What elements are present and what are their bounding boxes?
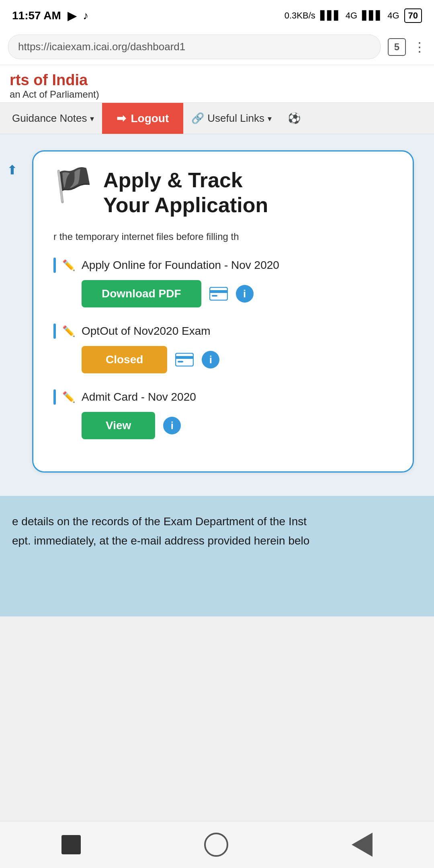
tab-count-button[interactable]: 5 xyxy=(388,38,406,56)
left-indicator: ⬆ xyxy=(0,146,24,484)
credit-card-icon-1[interactable] xyxy=(209,287,228,301)
view-button[interactable]: View xyxy=(82,412,155,439)
logout-label: Logout xyxy=(131,112,169,125)
useful-links-chevron: ▾ xyxy=(268,114,272,123)
bottom-nav-home[interactable] xyxy=(204,833,228,857)
site-title: rts of India xyxy=(10,72,424,89)
bottom-nav-back[interactable] xyxy=(352,833,373,857)
section-foundation-label: ✏️ Apply Online for Foundation - Nov 202… xyxy=(53,258,393,273)
youtube-icon: ▶ xyxy=(68,9,76,23)
nav-globe[interactable]: ⚽ xyxy=(280,103,309,133)
home-icon xyxy=(204,833,228,857)
site-subtitle: an Act of Parliament) xyxy=(10,89,424,100)
footer-text-1: e details on the records of the Exam Dep… xyxy=(12,512,422,531)
info-icon-3[interactable]: i xyxy=(163,417,181,434)
section-divider-1 xyxy=(53,258,56,273)
pencil-icon-3: ✏️ xyxy=(62,391,75,403)
section-foundation: ✏️ Apply Online for Foundation - Nov 202… xyxy=(53,258,393,307)
status-right-area: 0.3KB/s ▋▋▋ 4G ▋▋▋ 4G 70 xyxy=(285,8,422,23)
back-icon xyxy=(352,833,373,857)
section-foundation-text: Apply Online for Foundation - Nov 2020 xyxy=(82,259,279,272)
nav-bar: Guidance Notes ▾ ➡ Logout 🔗 Useful Links… xyxy=(0,102,434,134)
svg-rect-4 xyxy=(176,356,193,359)
card-container: 🏴 Apply & TrackYour Application r the te… xyxy=(24,146,426,484)
info-icon-1[interactable]: i xyxy=(236,285,254,303)
site-header: rts of India an Act of Parliament) xyxy=(0,65,434,102)
svg-rect-1 xyxy=(210,290,227,293)
card-title: Apply & TrackYour Application xyxy=(103,168,268,218)
battery-indicator: 70 xyxy=(404,8,422,23)
bottom-nav-stop[interactable] xyxy=(61,835,81,854)
section-admit-actions: View i xyxy=(53,412,393,439)
credit-card-icon-2[interactable] xyxy=(175,353,194,366)
card-header: 🏴 Apply & TrackYour Application xyxy=(53,168,393,218)
guidance-notes-label: Guidance Notes xyxy=(12,112,87,125)
section-divider-3 xyxy=(53,389,56,405)
useful-links-label: Useful Links xyxy=(207,112,264,125)
globe-icon: ⚽ xyxy=(288,112,301,125)
browser-bar: https://icaiexam.icai.org/dashboard1 5 ⋮ xyxy=(0,29,434,65)
logout-arrow-icon: ➡ xyxy=(117,112,126,125)
scroll-up-icon: ⬆ xyxy=(7,162,18,178)
url-text: https://icaiexam.icai.org/dashboard1 xyxy=(18,41,185,53)
section-divider-2 xyxy=(53,323,56,339)
time-display: 11:57 AM xyxy=(12,9,61,22)
section-admit-text: Admit Card - Nov 2020 xyxy=(82,391,196,403)
main-content: ⬆ 🏴 Apply & TrackYour Application r the … xyxy=(0,134,434,496)
signal-icon-1: ▋▋▋ xyxy=(320,10,341,21)
svg-rect-3 xyxy=(176,353,193,366)
nav-logout-button[interactable]: ➡ Logout xyxy=(102,103,183,134)
guidance-notes-chevron: ▾ xyxy=(90,114,94,123)
nav-useful-links[interactable]: 🔗 Useful Links ▾ xyxy=(183,103,280,133)
section-optout-label: ✏️ OptOut of Nov2020 Exam xyxy=(53,323,393,339)
status-bar: 11:57 AM ▶ ♪ 0.3KB/s ▋▋▋ 4G ▋▋▋ 4G 70 xyxy=(0,0,434,29)
url-bar[interactable]: https://icaiexam.icai.org/dashboard1 xyxy=(8,35,381,59)
nav-guidance-notes[interactable]: Guidance Notes ▾ xyxy=(4,103,102,133)
flag-icon: 🏴 xyxy=(53,169,94,201)
section-optout: ✏️ OptOut of Nov2020 Exam Closed i xyxy=(53,323,393,373)
bottom-nav-bar xyxy=(0,821,434,868)
svg-rect-5 xyxy=(178,361,183,362)
footer-section: e details on the records of the Exam Dep… xyxy=(0,496,434,616)
network-1-label: 4G xyxy=(346,10,357,21)
section-foundation-actions: Download PDF i xyxy=(53,280,393,307)
music-icon: ♪ xyxy=(83,9,88,22)
stop-icon xyxy=(61,835,81,854)
section-admit-card: ✏️ Admit Card - Nov 2020 View i xyxy=(53,389,393,439)
section-optout-actions: Closed i xyxy=(53,346,393,373)
download-pdf-button[interactable]: Download PDF xyxy=(82,280,201,307)
svg-rect-2 xyxy=(212,295,217,297)
closed-button[interactable]: Closed xyxy=(82,346,167,373)
signal-icon-2: ▋▋▋ xyxy=(362,10,383,21)
section-admit-label: ✏️ Admit Card - Nov 2020 xyxy=(53,389,393,405)
footer-text-2: ept. immediately, at the e-mail address … xyxy=(12,531,422,551)
pencil-icon-2: ✏️ xyxy=(62,325,75,338)
speed-display: 0.3KB/s xyxy=(285,10,315,21)
apply-track-card: 🏴 Apply & TrackYour Application r the te… xyxy=(32,150,414,473)
pencil-icon-1: ✏️ xyxy=(62,259,75,272)
svg-rect-0 xyxy=(210,287,227,300)
status-time-area: 11:57 AM ▶ ♪ xyxy=(12,9,88,23)
info-icon-2[interactable]: i xyxy=(202,351,219,368)
network-2-label: 4G xyxy=(387,10,399,21)
browser-menu-button[interactable]: ⋮ xyxy=(413,39,426,55)
section-optout-text: OptOut of Nov2020 Exam xyxy=(82,325,211,338)
note-text: r the temporary internet files before fi… xyxy=(53,230,393,244)
link-icon: 🔗 xyxy=(191,112,204,125)
